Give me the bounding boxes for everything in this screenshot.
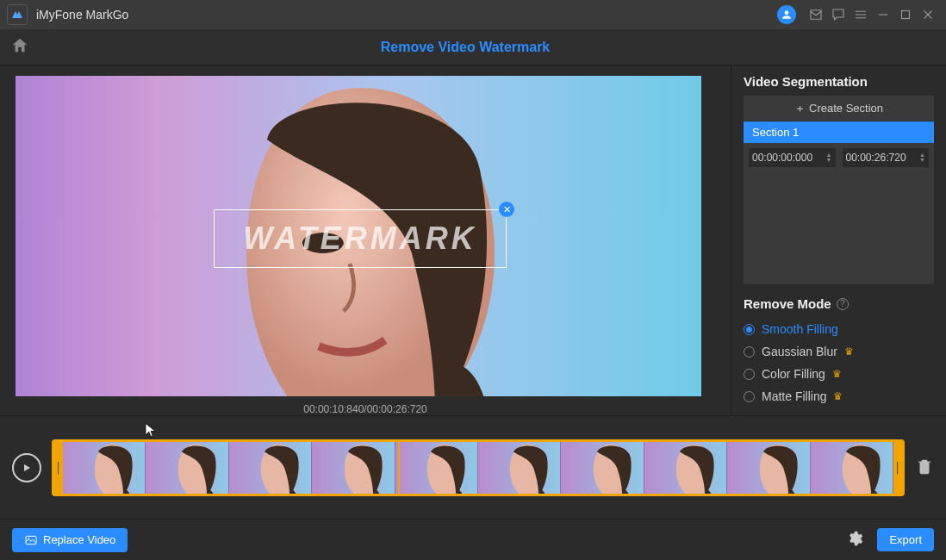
replace-video-button[interactable]: Replace Video	[12, 528, 128, 552]
play-button[interactable]	[12, 453, 41, 482]
radio-icon	[744, 391, 755, 402]
crown-icon: ♛	[832, 368, 842, 380]
timeline-thumb[interactable]	[811, 442, 893, 494]
feedback-icon[interactable]	[827, 3, 850, 26]
close-icon[interactable]	[917, 3, 939, 26]
account-icon[interactable]	[777, 5, 796, 24]
timeline-thumb[interactable]	[395, 442, 478, 494]
watermark-selection-box[interactable]: WATERMARK ✕	[214, 209, 507, 268]
radio-icon	[744, 346, 755, 358]
clip-strip[interactable]: │ │	[52, 439, 905, 496]
radio-icon	[744, 324, 755, 335]
segmentation-heading: Video Segmentation	[744, 74, 934, 89]
remove-mode-label: Smooth Filling	[762, 322, 838, 336]
selection-close-icon[interactable]: ✕	[499, 202, 514, 217]
remove-mode-option[interactable]: Gaussian Blur♛	[744, 340, 934, 363]
app-logo-icon	[7, 4, 28, 25]
video-preview[interactable]: WATERMARK ✕	[16, 76, 701, 396]
svg-point-3	[28, 538, 29, 539]
stepper-icon[interactable]: ▲▼	[826, 152, 832, 163]
timeline-thumb[interactable]	[644, 442, 727, 494]
remove-mode-option[interactable]: Smooth Filling	[744, 318, 934, 340]
titlebar: iMyFone MarkGo	[0, 0, 946, 29]
timeline-thumb[interactable]	[146, 442, 228, 494]
remove-mode-label: Gaussian Blur	[762, 345, 837, 358]
remove-mode-option[interactable]: Color Filling♛	[744, 363, 934, 385]
export-button[interactable]: Export	[877, 528, 934, 551]
timeline-thumb[interactable]	[727, 442, 810, 494]
page-title: Remove Video Watermark	[0, 40, 936, 55]
section-start-field[interactable]: 00:00:00:000 ▲▼	[749, 148, 836, 167]
timeline-thumb[interactable]	[229, 442, 312, 494]
playhead[interactable]	[398, 439, 400, 496]
crown-icon: ♛	[844, 345, 854, 358]
remove-mode-heading: Remove Mode	[744, 296, 831, 311]
timeline-thumb[interactable]	[63, 442, 146, 494]
minimize-icon[interactable]	[872, 3, 894, 26]
timeline-thumb[interactable]	[312, 442, 395, 494]
segmentation-box: ＋Create Section Section 1 00:00:00:000 ▲…	[744, 96, 934, 284]
mail-icon[interactable]	[805, 3, 827, 26]
time-readout: 00:00:10:840/00:00:26:720	[16, 403, 715, 415]
radio-icon	[744, 369, 755, 380]
crown-icon: ♛	[833, 390, 843, 402]
maximize-icon[interactable]	[894, 3, 917, 26]
video-area: WATERMARK ✕ 00:00:10:840/00:00:26:720	[0, 65, 731, 415]
remove-mode-label: Color Filling	[762, 367, 825, 381]
svg-rect-0	[902, 11, 910, 19]
remove-mode-label: Matte Filling	[762, 389, 826, 403]
section-item[interactable]: Section 1	[744, 121, 934, 143]
timeline: │ │	[0, 415, 946, 519]
remove-mode-option[interactable]: Matte Filling♛	[744, 385, 934, 408]
clip-handle-left[interactable]: │	[54, 442, 63, 494]
settings-icon[interactable]	[846, 530, 863, 551]
side-panel: Video Segmentation ＋Create Section Secti…	[731, 65, 946, 415]
toolbar: Remove Video Watermark	[0, 29, 946, 65]
section-end-field[interactable]: 00:00:26:720 ▲▼	[843, 148, 930, 167]
stepper-icon[interactable]: ▲▼	[919, 152, 925, 163]
watermark-text: WATERMARK	[243, 221, 476, 257]
timeline-thumb[interactable]	[561, 442, 644, 494]
menu-icon[interactable]	[850, 3, 872, 26]
help-icon[interactable]: ?	[837, 298, 849, 310]
bottom-bar: Replace Video Export	[0, 519, 946, 560]
create-section-button[interactable]: ＋Create Section	[744, 96, 934, 121]
timeline-thumb[interactable]	[478, 442, 561, 494]
delete-icon[interactable]	[915, 457, 934, 479]
app-title: iMyFone MarkGo	[36, 8, 128, 22]
